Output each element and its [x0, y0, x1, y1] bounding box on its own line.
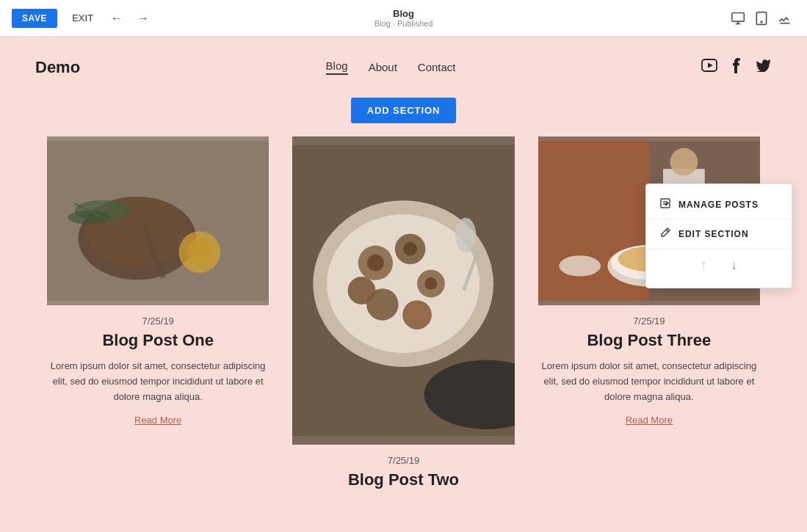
context-menu: MANAGE POSTS EDIT SECTION ↑ ↓	[645, 183, 792, 288]
svg-point-24	[403, 300, 433, 329]
manage-posts-item[interactable]: MANAGE POSTS	[646, 190, 792, 219]
svg-point-12	[187, 240, 212, 265]
edit-section-icon	[659, 227, 671, 241]
tablet-view-button[interactable]	[751, 8, 772, 29]
save-button[interactable]: SAVE	[12, 9, 57, 28]
svg-point-29	[455, 218, 476, 252]
svg-point-25	[348, 277, 376, 305]
add-section-row: ADD SECTION	[0, 98, 807, 123]
manage-posts-label: MANAGE POSTS	[678, 200, 759, 210]
svg-rect-0	[732, 12, 745, 21]
toolbar-title: Blog	[374, 8, 433, 19]
edit-section-item[interactable]: EDIT SECTION	[646, 219, 792, 249]
site-header: Demo Blog About Contact	[0, 37, 807, 90]
svg-point-4	[761, 21, 762, 23]
toolbar-left: SAVE EXIT ← →	[12, 9, 152, 28]
post-2-image	[292, 136, 514, 445]
site-social	[701, 57, 772, 77]
canvas: Demo Blog About Contact	[0, 37, 807, 532]
svg-point-28	[425, 277, 438, 290]
svg-point-35	[670, 148, 698, 176]
post-3-excerpt: Lorem ipsum dolor sit amet, consectetur …	[538, 359, 760, 404]
post-2-title: Blog Post Two	[292, 470, 514, 489]
svg-point-26	[367, 255, 384, 272]
toolbar: SAVE EXIT ← → Blog Blog · Published	[0, 0, 807, 37]
svg-point-27	[403, 242, 417, 256]
edit-section-label: EDIT SECTION	[678, 229, 749, 239]
desktop-view-button[interactable]	[728, 8, 748, 29]
nav-blog[interactable]: Blog	[326, 59, 348, 75]
svg-line-47	[666, 230, 668, 232]
move-down-button[interactable]: ↓	[729, 256, 739, 274]
post-1-date: 7/25/19	[47, 316, 269, 327]
move-up-button[interactable]: ↑	[699, 256, 709, 274]
toolbar-subtitle: Blog · Published	[374, 19, 433, 28]
nav-contact[interactable]: Contact	[418, 61, 456, 73]
site-logo: Demo	[35, 58, 80, 77]
manage-posts-icon	[659, 197, 671, 211]
post-1-title: Blog Post One	[47, 331, 269, 350]
post-2-date: 7/25/19	[292, 455, 514, 466]
undo-button[interactable]: ←	[108, 9, 126, 28]
design-button[interactable]	[775, 8, 795, 29]
post-3-read-more[interactable]: Read More	[626, 415, 673, 426]
post-1-image	[47, 136, 269, 305]
youtube-icon[interactable]	[701, 59, 717, 76]
toolbar-right	[728, 8, 795, 29]
context-menu-arrows: ↑ ↓	[646, 249, 792, 282]
blog-post-1: 7/25/19 Blog Post One Lorem ipsum dolor …	[35, 136, 281, 498]
redo-button[interactable]: →	[134, 9, 152, 28]
toolbar-center: Blog Blog · Published	[374, 8, 433, 28]
post-3-date: 7/25/19	[538, 316, 760, 327]
facebook-icon[interactable]	[732, 57, 741, 77]
svg-marker-7	[708, 63, 713, 68]
add-section-button[interactable]: ADD SECTION	[351, 98, 457, 123]
post-1-excerpt: Lorem ipsum dolor sit amet, consectetur …	[47, 359, 269, 404]
post-3-title: Blog Post Three	[538, 331, 760, 350]
svg-point-39	[559, 255, 601, 276]
exit-button[interactable]: EXIT	[66, 10, 99, 26]
twitter-icon[interactable]	[756, 59, 772, 76]
post-1-read-more[interactable]: Read More	[134, 415, 181, 426]
site-nav: Blog About Contact	[326, 59, 456, 75]
nav-about[interactable]: About	[369, 61, 397, 73]
blog-post-2: 7/25/19 Blog Post Two	[281, 136, 526, 498]
